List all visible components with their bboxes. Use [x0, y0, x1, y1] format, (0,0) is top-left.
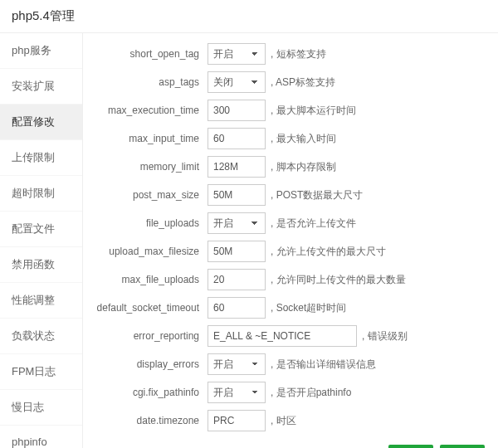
setting-desc: , Socket超时时间 [266, 301, 346, 315]
setting-desc: , 错误级别 [357, 329, 408, 343]
setting-label: post_max_size [83, 189, 208, 201]
setting-desc: , ASP标签支持 [266, 75, 335, 90]
setting-label: memory_limit [83, 161, 208, 173]
setting-label: file_uploads [83, 217, 208, 229]
setting-select-asp_tags[interactable]: 开启关闭 [208, 71, 266, 93]
sidebar-item-4[interactable]: 超时限制 [0, 176, 82, 212]
setting-row-display_errors: display_errors开启关闭, 是否输出详细错误信息 [83, 353, 498, 375]
setting-label: upload_max_filesize [83, 246, 208, 257]
setting-label: default_socket_timeout [83, 302, 208, 314]
sidebar-item-2[interactable]: 配置修改 [0, 105, 82, 140]
setting-row-max_input_time: max_input_time, 最大输入时间 [83, 128, 498, 149]
sidebar-item-3[interactable]: 上传限制 [0, 140, 82, 176]
sidebar-item-10[interactable]: 慢日志 [0, 390, 82, 426]
setting-desc: , 短标签支持 [266, 47, 326, 61]
setting-desc: , 允许同时上传文件的最大数量 [266, 273, 406, 287]
setting-row-date.timezone: date.timezone, 时区 [83, 410, 498, 431]
setting-row-upload_max_filesize: upload_max_filesize, 允许上传文件的最大尺寸 [83, 241, 498, 262]
setting-label: max_input_time [83, 133, 208, 144]
setting-row-post_max_size: post_max_size, POST数据最大尺寸 [83, 184, 498, 206]
setting-input-post_max_size[interactable] [208, 184, 266, 206]
sidebar: php服务安装扩展配置修改上传限制超时限制配置文件禁用函数性能调整负载状态FPM… [0, 33, 83, 448]
setting-input-max_input_time[interactable] [208, 128, 266, 149]
setting-row-error_reporting: error_reporting, 错误级别 [83, 325, 498, 347]
setting-desc: , 允许上传文件的最大尺寸 [266, 245, 386, 259]
setting-desc: , 是否输出详细错误信息 [266, 358, 376, 372]
setting-row-max_file_uploads: max_file_uploads, 允许同时上传文件的最大数量 [83, 269, 498, 290]
setting-label: max_execution_time [83, 105, 208, 116]
save-button[interactable]: 保存 [440, 445, 485, 448]
sidebar-item-6[interactable]: 禁用函数 [0, 247, 82, 283]
setting-desc: , 时区 [266, 414, 296, 428]
setting-select-display_errors[interactable]: 开启关闭 [208, 353, 266, 375]
setting-row-memory_limit: memory_limit, 脚本内存限制 [83, 156, 498, 178]
sidebar-item-0[interactable]: php服务 [0, 33, 82, 69]
setting-label: asp_tags [83, 76, 208, 88]
page-title: php5.4管理 [0, 0, 498, 33]
setting-label: short_open_tag [83, 48, 208, 60]
setting-input-max_file_uploads[interactable] [208, 269, 266, 290]
sidebar-item-1[interactable]: 安装扩展 [0, 69, 82, 105]
setting-label: date.timezone [83, 415, 208, 426]
setting-input-memory_limit[interactable] [208, 156, 266, 178]
setting-label: max_file_uploads [83, 274, 208, 285]
sidebar-item-5[interactable]: 配置文件 [0, 212, 82, 247]
setting-input-error_reporting[interactable] [208, 325, 357, 347]
setting-label: display_errors [83, 358, 208, 370]
setting-input-max_execution_time[interactable] [208, 100, 266, 121]
sidebar-item-9[interactable]: FPM日志 [0, 354, 82, 390]
setting-select-cgi.fix_pathinfo[interactable]: 开启关闭 [208, 382, 266, 403]
settings-panel: short_open_tag开启关闭, 短标签支持asp_tags开启关闭, A… [83, 33, 498, 448]
setting-row-file_uploads: file_uploads开启关闭, 是否允许上传文件 [83, 212, 498, 234]
sidebar-item-7[interactable]: 性能调整 [0, 283, 82, 319]
setting-desc: , 脚本内存限制 [266, 160, 336, 174]
setting-row-default_socket_timeout: default_socket_timeout, Socket超时时间 [83, 297, 498, 319]
setting-desc: , 最大脚本运行时间 [266, 104, 356, 118]
setting-row-cgi.fix_pathinfo: cgi.fix_pathinfo开启关闭, 是否开启pathinfo [83, 382, 498, 403]
setting-select-file_uploads[interactable]: 开启关闭 [208, 212, 266, 234]
setting-select-short_open_tag[interactable]: 开启关闭 [208, 43, 266, 65]
sidebar-item-11[interactable]: phpinfo [0, 426, 82, 448]
setting-row-max_execution_time: max_execution_time, 最大脚本运行时间 [83, 100, 498, 121]
setting-label: cgi.fix_pathinfo [83, 387, 208, 398]
setting-desc: , 最大输入时间 [266, 132, 336, 146]
setting-desc: , 是否允许上传文件 [266, 217, 356, 231]
setting-input-date.timezone[interactable] [208, 410, 266, 431]
refresh-button[interactable]: 刷新 [388, 445, 433, 448]
sidebar-item-8[interactable]: 负载状态 [0, 319, 82, 354]
setting-desc: , POST数据最大尺寸 [266, 188, 363, 202]
setting-row-asp_tags: asp_tags开启关闭, ASP标签支持 [83, 71, 498, 93]
setting-input-default_socket_timeout[interactable] [208, 297, 266, 319]
setting-desc: , 是否开启pathinfo [266, 386, 351, 400]
setting-row-short_open_tag: short_open_tag开启关闭, 短标签支持 [83, 43, 498, 65]
setting-input-upload_max_filesize[interactable] [208, 241, 266, 262]
setting-label: error_reporting [83, 330, 208, 342]
